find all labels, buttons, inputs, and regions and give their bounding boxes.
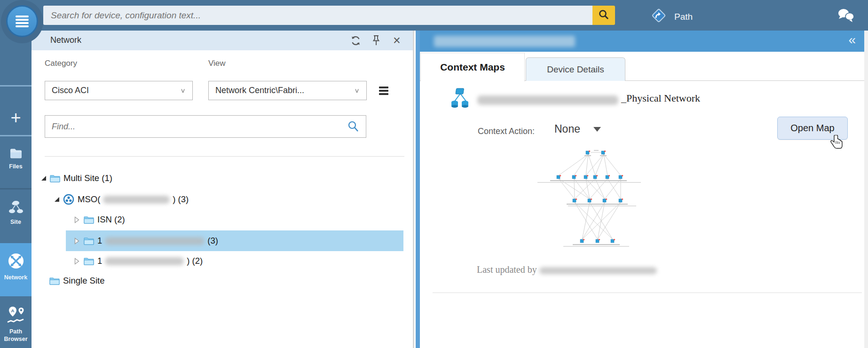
path-shortcut[interactable]: Path xyxy=(650,7,693,27)
panel-title: Network xyxy=(50,35,81,45)
search-icon xyxy=(598,9,609,22)
view-options-menu-button[interactable] xyxy=(379,86,390,96)
folder-icon xyxy=(9,153,23,161)
site-tree-icon xyxy=(8,208,24,216)
collapse-panel-button[interactable]: « xyxy=(848,32,856,47)
redacted-text xyxy=(477,95,618,105)
category-label: Category xyxy=(45,59,77,68)
svg-text:A: A xyxy=(11,308,14,313)
hamburger-icon xyxy=(16,16,29,27)
tree-label: ISN (2) xyxy=(97,214,125,225)
find-input[interactable] xyxy=(45,122,347,132)
sidebar-item-network[interactable]: Network xyxy=(0,243,32,296)
last-updated-text: Last updated by xyxy=(477,264,657,275)
panel-divider[interactable] xyxy=(416,31,420,348)
divider xyxy=(433,293,862,293)
find-box xyxy=(45,115,366,138)
sidebar-item-label: Files xyxy=(0,163,32,171)
tree-label-suffix: ) (3) xyxy=(173,194,189,205)
network-router-icon xyxy=(7,264,25,272)
path-icon xyxy=(650,7,668,27)
map-hierarchy-icon xyxy=(450,87,471,111)
view-label: View xyxy=(208,59,226,68)
device-context-panel: « Context Maps Device Details _Physical … xyxy=(420,31,864,348)
sidebar-item-path-browser[interactable]: A Path Browser xyxy=(0,306,32,343)
close-icon: × xyxy=(393,36,401,45)
redacted-text xyxy=(539,267,657,274)
right-gutter xyxy=(864,31,868,348)
top-bar: Path xyxy=(0,0,868,31)
network-panel: Network × Category View Cisco ACI xyxy=(32,31,414,348)
tab-context-maps[interactable]: Context Maps xyxy=(420,53,525,81)
folder-icon xyxy=(50,174,60,182)
tree-row-multi-site[interactable]: Multi Site (1) xyxy=(41,168,112,189)
tree-label-prefix: MSO( xyxy=(78,194,100,205)
sidebar-item-label: Path Browser xyxy=(0,328,32,343)
folder-icon xyxy=(84,215,94,224)
expander-open-icon[interactable] xyxy=(41,176,46,181)
chat-icon xyxy=(836,17,856,25)
tree-label-prefix: 1 xyxy=(97,256,102,266)
context-action-dropdown[interactable]: None xyxy=(554,123,601,135)
redacted-text xyxy=(105,257,184,265)
redacted-text xyxy=(105,237,205,245)
hamburger-menu-button[interactable] xyxy=(6,5,38,37)
caret-down-icon xyxy=(593,127,601,132)
context-action-label: Context Action: xyxy=(478,127,535,136)
pin-icon xyxy=(372,35,380,46)
tree-row-single-site[interactable]: Single Site xyxy=(49,270,104,291)
folder-icon xyxy=(49,277,60,285)
collapse-icon: « xyxy=(848,32,856,47)
global-search-button[interactable] xyxy=(592,6,615,25)
tab-device-details[interactable]: Device Details xyxy=(526,57,625,81)
expander-closed-icon[interactable] xyxy=(74,237,79,245)
map-name: _Physical Network xyxy=(621,92,700,104)
expander-closed-icon[interactable] xyxy=(74,216,79,223)
plus-icon: + xyxy=(10,108,21,128)
sidebar-item-files[interactable]: Files xyxy=(0,147,32,171)
tree-row-fabric-2[interactable]: 1 ) (2) xyxy=(74,251,203,271)
close-button[interactable]: × xyxy=(391,35,402,46)
sidebar-item-label: Network xyxy=(0,274,32,282)
tab-label: Device Details xyxy=(547,64,604,75)
sidebar-item-add[interactable]: + xyxy=(0,101,32,134)
tree-row-fabric-selected[interactable]: 1 (3) xyxy=(66,230,403,251)
path-browser-icon: A xyxy=(6,318,26,326)
category-value: Cisco ACI xyxy=(52,86,89,95)
tree-label-suffix: ) (2) xyxy=(187,256,203,266)
view-value: Network Centric\Fabri... xyxy=(215,86,304,95)
context-action-value: None xyxy=(554,123,580,135)
category-select[interactable]: Cisco ACI ∨ xyxy=(45,81,193,100)
last-updated-prefix: Last updated by xyxy=(477,264,539,275)
panel-header-title-redacted xyxy=(434,36,575,47)
path-label: Path xyxy=(674,12,693,22)
tab-label: Context Maps xyxy=(440,62,505,73)
left-rail: + Files Site xyxy=(0,31,32,348)
tree-row-isn[interactable]: ISN (2) xyxy=(74,209,125,230)
network-panel-header: Network × xyxy=(32,31,413,50)
tree-label-suffix: (3) xyxy=(207,236,218,246)
cursor-icon xyxy=(830,135,844,154)
find-search-icon[interactable] xyxy=(347,120,359,133)
redacted-text xyxy=(103,196,170,204)
folder-icon xyxy=(84,257,94,265)
chevron-down-icon: ∨ xyxy=(180,87,186,94)
folder-icon xyxy=(84,237,94,245)
sidebar-item-label: Site xyxy=(0,219,32,226)
mso-cluster-icon xyxy=(63,194,74,205)
sidebar-item-site[interactable]: Site xyxy=(0,200,32,226)
chevron-down-icon: ∨ xyxy=(354,87,360,94)
chat-button[interactable] xyxy=(836,8,856,25)
tree-label: Single Site xyxy=(63,276,104,286)
expander-open-icon[interactable] xyxy=(55,197,59,202)
expander-closed-icon[interactable] xyxy=(74,258,79,265)
tree-label: Multi Site (1) xyxy=(63,173,112,183)
topology-thumbnail xyxy=(519,139,660,256)
view-select[interactable]: Network Centric\Fabri... ∨ xyxy=(208,81,367,100)
refresh-button[interactable] xyxy=(350,35,361,46)
global-search-input[interactable] xyxy=(43,6,592,25)
tree-row-mso[interactable]: MSO( ) (3) xyxy=(55,189,189,210)
pin-button[interactable] xyxy=(371,35,382,46)
refresh-icon xyxy=(350,35,361,46)
device-panel-header: « xyxy=(420,31,864,52)
